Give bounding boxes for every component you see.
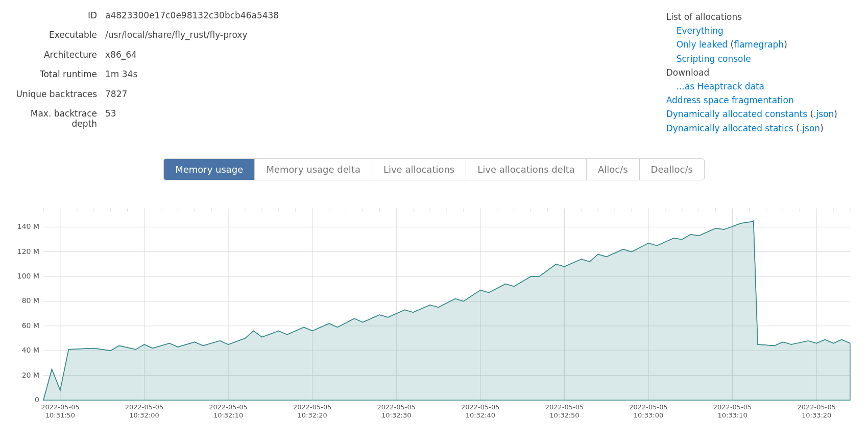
svg-text:2022-05-05: 2022-05-05 bbox=[377, 403, 416, 411]
meta-value-unique-bt: 7827 bbox=[105, 89, 279, 105]
svg-text:80 M: 80 M bbox=[22, 296, 39, 305]
meta-label-executable: Executable bbox=[5, 30, 97, 46]
svg-text:20 M: 20 M bbox=[22, 370, 39, 379]
meta-value-arch: x86_64 bbox=[105, 50, 279, 66]
meta-label-arch: Architecture bbox=[5, 50, 97, 66]
link-dyn-constants-json[interactable]: .json bbox=[813, 109, 834, 119]
svg-text:120 M: 120 M bbox=[17, 247, 39, 255]
link-flamegraph[interactable]: flamegraph bbox=[734, 39, 784, 50]
meta-value-executable: /usr/local/share/fly_rust/fly-proxy bbox=[105, 30, 279, 46]
meta-value-id: a4823300e17c0e98132c30bcb46a5438 bbox=[105, 10, 279, 27]
meta-label-runtime: Total runtime bbox=[5, 69, 97, 85]
link-everything[interactable]: Everything bbox=[677, 26, 724, 36]
svg-text:10:33:00: 10:33:00 bbox=[634, 411, 663, 419]
svg-text:100 M: 100 M bbox=[17, 272, 39, 280]
link-addr-fragmentation[interactable]: Address space fragmentation bbox=[666, 95, 794, 105]
link-dyn-statics-json[interactable]: .json bbox=[800, 123, 820, 133]
svg-text:10:31:50: 10:31:50 bbox=[45, 411, 75, 419]
svg-text:2022-05-05: 2022-05-05 bbox=[713, 403, 752, 411]
meta-label-unique-bt: Unique backtraces bbox=[5, 89, 97, 105]
tab-live-allocations-delta[interactable]: Live allocations delta bbox=[466, 159, 587, 180]
svg-text:60 M: 60 M bbox=[22, 321, 39, 330]
svg-text:140 M: 140 M bbox=[17, 222, 39, 230]
svg-text:2022-05-05: 2022-05-05 bbox=[41, 403, 80, 411]
svg-text:10:32:40: 10:32:40 bbox=[466, 411, 495, 419]
tab-live-allocations[interactable]: Live allocations bbox=[372, 159, 466, 180]
tab-memory-usage[interactable]: Memory usage bbox=[164, 159, 255, 180]
svg-text:10:32:30: 10:32:30 bbox=[381, 411, 411, 419]
links-panel: List of allocations Everything Only leak… bbox=[666, 10, 837, 135]
link-dyn-constants[interactable]: Dynamically allocated constants bbox=[666, 109, 807, 119]
svg-text:10:32:50: 10:32:50 bbox=[549, 411, 579, 419]
meta-label-id: ID bbox=[5, 10, 97, 27]
svg-text:2022-05-05: 2022-05-05 bbox=[797, 403, 836, 411]
svg-text:40 M: 40 M bbox=[22, 346, 39, 354]
svg-text:10:33:20: 10:33:20 bbox=[802, 411, 831, 419]
links-heading-download: Download bbox=[666, 66, 837, 80]
metadata-table: ID a4823300e17c0e98132c30bcb46a5438 Exec… bbox=[5, 10, 279, 135]
link-heaptrack-data[interactable]: ...as Heaptrack data bbox=[677, 81, 764, 91]
chart-tabs: Memory usage Memory usage delta Live all… bbox=[163, 158, 705, 180]
meta-value-max-bt: 53 bbox=[105, 108, 279, 135]
svg-text:2022-05-05: 2022-05-05 bbox=[545, 403, 584, 411]
svg-text:2022-05-05: 2022-05-05 bbox=[209, 403, 248, 411]
svg-text:10:33:10: 10:33:10 bbox=[717, 411, 747, 419]
svg-text:2022-05-05: 2022-05-05 bbox=[293, 403, 332, 411]
meta-label-max-bt: Max. backtrace depth bbox=[5, 108, 97, 135]
svg-text:2022-05-05: 2022-05-05 bbox=[461, 403, 500, 411]
svg-text:10:32:00: 10:32:00 bbox=[129, 411, 159, 419]
tab-memory-usage-delta[interactable]: Memory usage delta bbox=[255, 159, 372, 180]
meta-value-runtime: 1m 34s bbox=[105, 69, 279, 85]
svg-text:2022-05-05: 2022-05-05 bbox=[629, 403, 668, 411]
svg-text:10:32:20: 10:32:20 bbox=[297, 411, 327, 419]
link-only-leaked[interactable]: Only leaked bbox=[677, 39, 728, 50]
memory-usage-chart: 020 M40 M60 M80 M100 M120 M140 M2022-05-… bbox=[13, 206, 853, 426]
svg-text:2022-05-05: 2022-05-05 bbox=[125, 403, 164, 411]
svg-text:0: 0 bbox=[35, 396, 39, 404]
tab-alloc-s[interactable]: Alloc/s bbox=[587, 159, 640, 180]
links-heading-allocations: List of allocations bbox=[666, 10, 837, 24]
link-dyn-statics[interactable]: Dynamically allocated statics bbox=[666, 123, 793, 133]
svg-text:10:32:10: 10:32:10 bbox=[213, 411, 243, 419]
tab-dealloc-s[interactable]: Dealloc/s bbox=[640, 159, 704, 180]
link-scripting-console[interactable]: Scripting console bbox=[677, 54, 751, 64]
